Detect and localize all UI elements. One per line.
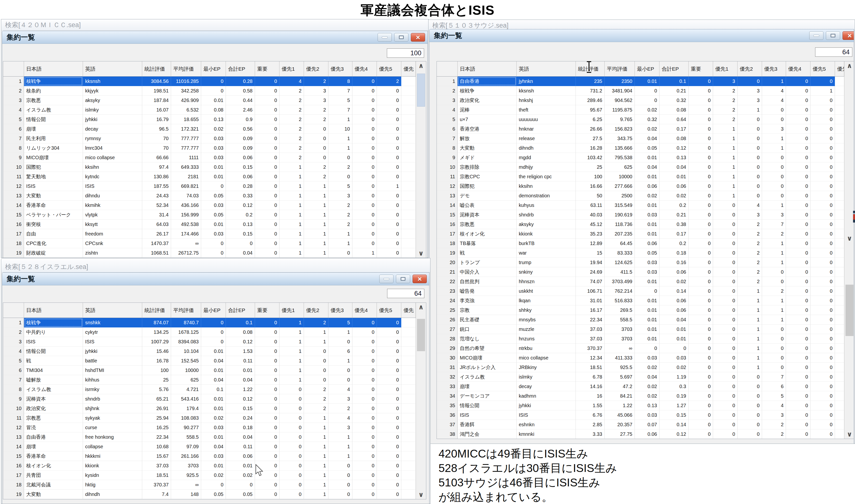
cell-totalep[interactable]: 0.06	[660, 305, 688, 315]
cell-totalep[interactable]: 0.28	[226, 181, 255, 191]
cell-p5[interactable]: 0	[377, 490, 401, 499]
cell-totalep[interactable]: 1.19	[660, 372, 688, 382]
cell-jp[interactable]: 范増なし	[458, 334, 517, 344]
cell-avg[interactable]: 1111	[171, 153, 201, 162]
cell-totalep[interactable]: 0.12	[660, 429, 688, 439]
cell-imp[interactable]: 0	[255, 394, 279, 404]
cell-extra[interactable]	[401, 200, 416, 210]
cell-stat[interactable]: 31.01	[576, 296, 605, 305]
cell-minep[interactable]: 0	[201, 239, 226, 248]
cell-p3[interactable]: 0	[762, 181, 786, 191]
cell-avg[interactable]: 6.532	[171, 105, 201, 115]
cell-p5[interactable]: 0	[810, 344, 835, 353]
cell-totalep[interactable]: 1.22	[226, 385, 255, 394]
cell-stat[interactable]: 24.43	[142, 191, 171, 200]
cell-totalep[interactable]: 0.38	[660, 220, 688, 229]
cell-extra[interactable]	[835, 420, 844, 429]
cell-p2[interactable]: 0	[304, 124, 328, 134]
cell-avg[interactable]: 10000	[605, 172, 635, 181]
cell-en[interactable]: kmnnki	[517, 429, 576, 439]
cell-jp[interactable]: 共青団	[24, 470, 83, 480]
cell-totalep[interactable]: 0.02	[226, 470, 255, 480]
cell-p1[interactable]: 0	[713, 305, 737, 315]
cell-en[interactable]: kkionk	[83, 461, 142, 470]
cell-p3[interactable]: 1	[762, 143, 786, 153]
cell-imp[interactable]: 0	[255, 124, 279, 134]
cell-imp[interactable]: 0	[255, 143, 279, 153]
table-row[interactable]: 15ベラヤット・パークvlytpk31.4156.9990.050.201120…	[3, 210, 426, 220]
cell-rownum[interactable]: 21	[437, 267, 458, 277]
cell-stat[interactable]: 97.4	[142, 162, 171, 172]
cell-p4[interactable]: 0	[786, 391, 810, 401]
cell-extra[interactable]	[401, 375, 416, 385]
cell-en[interactable]: snshkk	[83, 318, 142, 327]
cell-p2[interactable]: 3	[737, 210, 762, 220]
cell-totalep[interactable]: 0.17	[660, 229, 688, 239]
cell-p5[interactable]: 0	[810, 258, 835, 267]
cell-p1[interactable]: 0	[713, 353, 737, 363]
cell-rownum[interactable]: 1	[3, 318, 24, 327]
cell-p4[interactable]: 0	[352, 172, 377, 181]
cell-p3[interactable]: 0	[328, 337, 352, 346]
table-row[interactable]: 16衝突核kksytt64.03492.5380.010.13011200	[3, 220, 426, 229]
cell-jp[interactable]: 解放	[458, 134, 517, 143]
cell-jp[interactable]: 国際犯	[24, 162, 83, 172]
table-row[interactable]: 13大変動dihndu24.4374.030.050.33011300	[3, 191, 426, 200]
column-header-imp[interactable]: 重要	[688, 61, 713, 76]
cell-en[interactable]: the religion cpc	[517, 172, 576, 181]
cell-p1[interactable]: 1	[279, 172, 304, 181]
cell-extra[interactable]	[835, 334, 844, 344]
cell-p3[interactable]: 3	[328, 423, 352, 432]
cell-avg[interactable]: 795.538	[605, 153, 635, 162]
column-header-extra[interactable]: 優先	[835, 61, 844, 76]
cell-en[interactable]: burkTB	[517, 239, 576, 248]
cell-jp[interactable]: 政治変化	[24, 404, 83, 413]
cell-totalep[interactable]: 0.19	[660, 391, 688, 401]
table-row[interactable]: 18CPC進化CPCsnk1470.37∞00011100	[3, 239, 426, 248]
cell-rownum[interactable]: 18	[3, 480, 24, 490]
cell-rownum[interactable]: 25	[437, 305, 458, 315]
cell-imp[interactable]: 0	[255, 96, 279, 105]
cell-rownum[interactable]: 17	[3, 229, 24, 239]
cell-p3[interactable]: 1	[328, 327, 352, 337]
cell-p1[interactable]: 2	[279, 124, 304, 134]
cell-stat[interactable]: 370.37	[576, 344, 605, 353]
cell-p3[interactable]: 2	[328, 220, 352, 229]
cell-en[interactable]: theft	[517, 105, 576, 115]
cell-rownum[interactable]: 13	[437, 191, 458, 200]
cell-minep[interactable]: 0.03	[635, 210, 660, 220]
cell-imp[interactable]: 0	[255, 200, 279, 210]
cell-stat[interactable]: 22.34	[142, 432, 171, 442]
cell-avg[interactable]: 342.258	[171, 86, 201, 96]
cell-totalep[interactable]: 0.33	[226, 191, 255, 200]
table-row[interactable]: 1核戦争kksnsh3084.5611016.28500.28042802	[3, 76, 426, 86]
cell-p5[interactable]: 0	[377, 105, 401, 115]
cell-minep[interactable]: 0	[201, 480, 226, 490]
cell-extra[interactable]	[835, 220, 844, 229]
cell-p2[interactable]: 0	[737, 191, 762, 200]
cell-rownum[interactable]: 20	[437, 258, 458, 267]
cell-extra[interactable]	[401, 490, 416, 499]
cell-en[interactable]: muzzle	[517, 324, 576, 334]
cell-p5[interactable]: 0	[810, 410, 835, 420]
cell-rownum[interactable]: 14	[437, 200, 458, 210]
cell-p1[interactable]: 1	[713, 172, 737, 181]
cell-rownum[interactable]: 17	[437, 229, 458, 239]
table-row[interactable]: 6崩壊decay96.5172.3210.020.560201000	[3, 124, 426, 134]
cell-p1[interactable]: 1	[279, 229, 304, 239]
cell-extra[interactable]	[835, 315, 844, 324]
cell-minep[interactable]: 0.03	[201, 134, 226, 143]
table-row[interactable]: 18TB暴落burkTB12.8964.450.060.2002100	[437, 239, 854, 248]
cell-imp[interactable]: 0	[255, 356, 279, 365]
cell-en[interactable]: shhky	[517, 305, 576, 315]
cell-avg[interactable]: 343.75	[605, 134, 635, 143]
cell-avg[interactable]: 315.549	[605, 200, 635, 210]
cell-p5[interactable]: 0	[377, 172, 401, 181]
cell-p1[interactable]: 0	[279, 461, 304, 470]
cell-stat[interactable]: 26.66	[576, 124, 605, 134]
cell-totalep[interactable]: 0.04	[226, 248, 255, 258]
cell-totalep[interactable]: 0.08	[660, 134, 688, 143]
cell-extra[interactable]	[835, 324, 844, 334]
cell-extra[interactable]	[835, 286, 844, 296]
table-row[interactable]: 1自由香港jyhnkn23523500.010.1030100	[437, 76, 854, 86]
